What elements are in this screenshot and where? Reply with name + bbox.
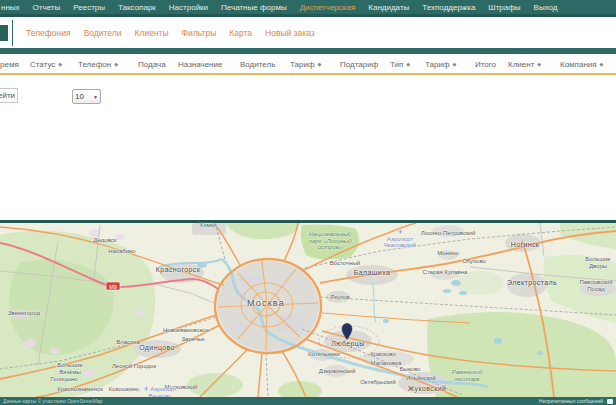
column-header-time[interactable]: ремя [0, 60, 19, 69]
messages-icon[interactable] [607, 399, 613, 404]
nav-item-registries[interactable]: Реестры [73, 3, 105, 12]
nav-item-settings[interactable]: Настройки [169, 3, 208, 12]
map-label: Быково [400, 366, 421, 373]
map-panel[interactable]: М9 ХимкиДедовскНахабиноКрасногорскМосква… [0, 220, 616, 405]
subnav-item-filters[interactable]: Фильтры [182, 28, 217, 38]
column-header-pickup[interactable]: Подача [138, 60, 166, 69]
nav-item-candidates[interactable]: Кандидаты [368, 3, 409, 12]
map-label: Павловский Посад [579, 279, 612, 292]
sort-icon[interactable]: ◆ [452, 61, 456, 67]
subnav-item-drivers[interactable]: Водители [84, 28, 122, 38]
sort-icon[interactable]: ◆ [406, 61, 410, 67]
map-label: Дзержинский [319, 368, 356, 375]
subnav-item-clients[interactable]: Клиенты [135, 28, 169, 38]
map-label: Восточный [330, 260, 360, 267]
map-label: Голицыно [50, 376, 77, 383]
chevron-down-icon: ▼ [93, 94, 98, 100]
nav-item-fines[interactable]: Штрафы [488, 3, 520, 12]
nav-item-print-forms[interactable]: Печатные формы [221, 3, 287, 12]
sort-icon[interactable]: ◆ [58, 61, 62, 67]
unread-messages-label[interactable]: Непрочитанных сообщений [539, 398, 603, 404]
map-label: Жуковский [408, 385, 447, 393]
map-label: ✈ Аэропорт Чкаловский [384, 229, 416, 249]
sort-icon[interactable]: ◆ [537, 61, 541, 67]
map-label: Малаховка [371, 360, 402, 367]
column-header-type[interactable]: Тип◆ [390, 60, 410, 69]
column-header-client[interactable]: Клиент◆ [508, 60, 541, 69]
map-label: Москва [247, 298, 285, 308]
divider [12, 20, 13, 46]
map-label: Одинцово [139, 344, 175, 352]
map-label: Красногорск [156, 266, 200, 274]
nav-item-support[interactable]: Техподдержка [422, 3, 475, 12]
find-button[interactable]: ейти [0, 88, 18, 103]
map-label: Монино [437, 250, 459, 257]
map-label: Балашиха [354, 269, 391, 277]
column-header-driver[interactable]: Водитель [240, 60, 275, 69]
column-header-phone[interactable]: Телефон◆ [78, 60, 118, 69]
subnav-item-telephony[interactable]: Телефония [26, 28, 71, 38]
nav-item-logout[interactable]: Выход [534, 3, 558, 12]
map-label: Власиха [116, 339, 139, 346]
page-size-select[interactable]: 10 ▼ [72, 89, 101, 104]
map-label: Лесной Городок [112, 363, 156, 370]
map-label: Лосино-Петровский [421, 230, 476, 237]
map-label: Краснознаменск [57, 386, 103, 393]
map-label: Ильинский [406, 375, 436, 382]
map-label: Большие Вязёмы [57, 362, 82, 375]
map-attribution: Данные карты © участники OpenStreetMap [3, 398, 102, 404]
map-label: Дедовск [94, 237, 117, 244]
nav-item-data[interactable]: нных [1, 3, 20, 12]
map-label: Люберцы [331, 340, 364, 348]
nav-item-dispatch[interactable]: Диспетчерская [300, 3, 356, 12]
sub-nav: Телефония Водители Клиенты Фильтры Карта… [0, 19, 315, 47]
sort-icon[interactable]: ◆ [114, 61, 118, 67]
map-label: Старая Купавна [423, 269, 468, 276]
sort-icon[interactable]: ◆ [317, 61, 321, 67]
map-label: Котельники [308, 351, 340, 358]
app-window: нных Отчеты Реестры Таксопарк Настройки … [0, 0, 616, 405]
column-header-destination[interactable]: Назначение [178, 60, 222, 69]
column-header-status[interactable]: Статус◆ [30, 60, 62, 69]
map-label: Обухово [462, 258, 486, 265]
column-header-tariff[interactable]: Тариф◆ [290, 60, 321, 69]
map-label: Кокошкино [109, 386, 139, 393]
map-label: Нахабино [108, 248, 135, 255]
map-label: Новоивановское [163, 327, 209, 334]
sort-icon[interactable]: ◆ [600, 61, 604, 67]
map-labels-layer: ХимкиДедовскНахабиноКрасногорскМоскваНац… [0, 223, 616, 397]
top-nav: нных Отчеты Реестры Таксопарк Настройки … [0, 0, 616, 17]
app-logo-icon [0, 25, 8, 41]
subnav-item-map[interactable]: Карта [229, 28, 252, 38]
divider-bar [0, 48, 616, 54]
map-label: Большие Дворы [585, 256, 610, 269]
nav-item-taxipark[interactable]: Таксопарк [118, 3, 156, 12]
map-label: Звенигород [8, 310, 40, 317]
map-label: Реутов [330, 294, 349, 301]
orders-table-header: ремя Статус◆ Телефон◆ Подача Назначение … [0, 56, 616, 75]
nav-item-reports[interactable]: Отчеты [33, 3, 61, 12]
column-header-company[interactable]: Компания◆ [560, 60, 603, 69]
map-label: Заречье [181, 336, 204, 343]
map-label: Красково [370, 351, 396, 358]
status-bar: Данные карты © участники OpenStreetMap Н… [0, 397, 616, 405]
map-label: Национальный парк «Лосиный остров» [309, 231, 352, 251]
map-label: Ногинск [511, 241, 540, 249]
map-label: Раменский лесопарк [452, 369, 483, 382]
map-label: Химки [199, 222, 216, 229]
map-label: Октябрьский [360, 379, 396, 386]
page-size-value: 10 [75, 92, 84, 101]
column-header-tariff2[interactable]: Тариф◆ [425, 60, 456, 69]
map-label: Электросталь [507, 279, 557, 287]
map-label: Московский [165, 384, 198, 391]
column-header-total[interactable]: Итого [475, 60, 496, 69]
subnav-item-new-order[interactable]: Новый заказ [265, 28, 315, 38]
column-header-subtariff[interactable]: Подтариф [340, 60, 378, 69]
